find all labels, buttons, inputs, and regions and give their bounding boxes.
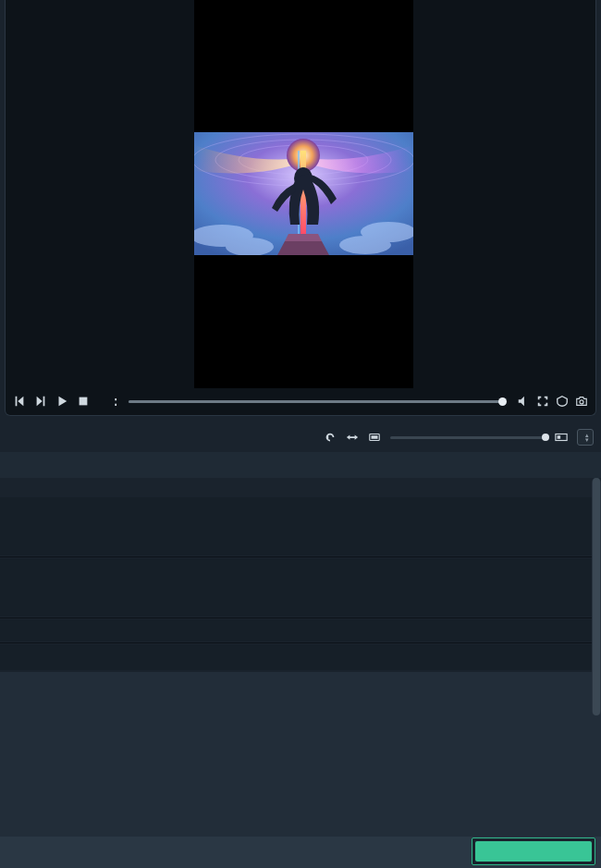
- timeline-scrollbar[interactable]: [592, 478, 601, 715]
- export-button[interactable]: [475, 841, 592, 862]
- skip-start-icon[interactable]: [13, 395, 26, 408]
- play-icon[interactable]: [55, 395, 68, 408]
- svg-rect-15: [372, 435, 378, 439]
- timecode-current: :: [112, 394, 120, 410]
- thumbnail-toggle-icon[interactable]: [555, 431, 568, 444]
- safezone-icon[interactable]: [556, 395, 569, 408]
- svg-point-13: [580, 400, 583, 404]
- timeline-ruler[interactable]: [0, 452, 601, 478]
- svg-point-11: [339, 236, 391, 254]
- timeline-empty-area: [0, 672, 601, 837]
- timeline-toolbar: ▴▾: [0, 425, 601, 449]
- track-row[interactable]: [0, 619, 601, 642]
- stepper-arrows[interactable]: ▴▾: [585, 433, 589, 442]
- preview-canvas: [194, 0, 413, 388]
- svg-rect-12: [80, 397, 88, 406]
- track-row[interactable]: [0, 558, 601, 617]
- track-row[interactable]: [0, 497, 601, 556]
- undo-icon[interactable]: [324, 431, 337, 444]
- snapshot-icon[interactable]: [575, 395, 588, 408]
- track-row[interactable]: [0, 644, 601, 670]
- marker-icon[interactable]: [368, 431, 381, 444]
- svg-rect-5: [300, 151, 306, 243]
- scrub-bar[interactable]: [129, 400, 503, 403]
- transport-bar: :: [6, 387, 595, 415]
- svg-rect-17: [558, 435, 561, 439]
- zoom-slider[interactable]: [390, 436, 546, 439]
- frame-step-field[interactable]: ▴▾: [577, 429, 594, 446]
- stop-icon[interactable]: [77, 395, 90, 408]
- skip-end-icon[interactable]: [34, 395, 47, 408]
- video-frame: [194, 132, 413, 255]
- volume-icon[interactable]: [517, 395, 530, 408]
- export-button-frame: [472, 837, 595, 865]
- fullscreen-icon[interactable]: [536, 395, 549, 408]
- fit-width-icon[interactable]: [346, 431, 359, 444]
- preview-panel: :: [5, 0, 596, 416]
